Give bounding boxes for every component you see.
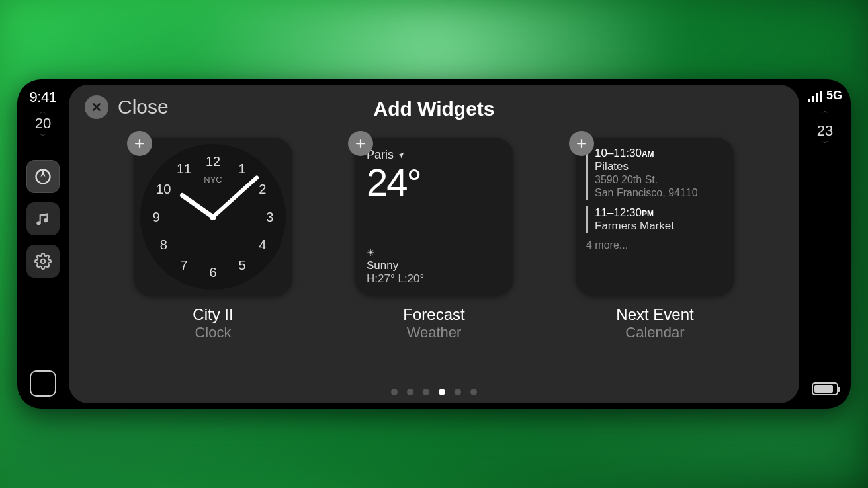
music-icon: [34, 210, 52, 227]
location-arrow-icon: [397, 151, 405, 159]
widget-subtitle: Weather: [407, 324, 462, 341]
add-widget-button[interactable]: [348, 131, 373, 156]
clock-city-label: NYC: [204, 175, 222, 184]
sun-icon: ☀︎: [367, 247, 424, 258]
chevron-up-icon: ︿: [822, 108, 828, 114]
network-label: 5G: [826, 89, 842, 102]
calendar-event: 10–11:30AM Pilates 3590 20th St. San Fra…: [586, 147, 724, 200]
page-title: Add Widgets: [373, 98, 494, 120]
page-dot[interactable]: [455, 389, 461, 395]
battery-fill: [814, 385, 833, 393]
plus-icon: [134, 138, 146, 149]
page-dot-active[interactable]: [439, 389, 445, 395]
add-widgets-panel: Close Add Widgets NYC 12 1 2 3: [69, 85, 799, 403]
maps-icon: [34, 167, 52, 186]
widget-title: Forecast: [403, 305, 464, 324]
svg-point-1: [41, 259, 46, 264]
weather-condition: Sunny: [367, 259, 424, 272]
add-widget-button[interactable]: [127, 131, 152, 156]
home-button[interactable]: [30, 370, 56, 397]
left-status-bar: 9:41 ︿ 20 ﹀: [17, 79, 69, 409]
calendar-tile: 10–11:30AM Pilates 3590 20th St. San Fra…: [576, 138, 734, 296]
left-climate-value[interactable]: 20: [35, 115, 51, 132]
calendar-more-label: 4 more...: [586, 239, 724, 251]
weather-high-low: H:27° L:20°: [367, 272, 424, 286]
close-label: Close: [118, 96, 169, 118]
page-dot[interactable]: [470, 389, 477, 395]
clock-hour-hand: [179, 192, 214, 219]
widget-clock[interactable]: NYC 12 1 2 3 4 5 6 7 8 9 10: [134, 138, 292, 385]
settings-icon: [34, 253, 52, 270]
chevron-down-icon: ﹀: [40, 132, 46, 139]
carplay-screen: 9:41 ︿ 20 ﹀ Close Add Widgets: [17, 79, 851, 409]
widget-calendar[interactable]: 10–11:30AM Pilates 3590 20th St. San Fra…: [576, 138, 734, 385]
dock-music-button[interactable]: [26, 202, 60, 235]
status-time: 9:41: [30, 89, 57, 106]
add-widget-button[interactable]: [569, 131, 594, 156]
plus-icon: [576, 138, 587, 149]
page-dot[interactable]: [423, 389, 429, 395]
page-dot[interactable]: [391, 389, 398, 395]
right-climate-value[interactable]: 23: [817, 122, 833, 140]
chevron-up-icon: ︿: [40, 108, 46, 115]
calendar-event: 11–12:30PM Farmers Market: [586, 206, 724, 233]
close-icon: [85, 95, 108, 119]
page-indicator[interactable]: [69, 385, 799, 398]
panel-header: Close Add Widgets: [69, 93, 799, 126]
dock-settings-button[interactable]: [26, 245, 60, 278]
chevron-down-icon: ﹀: [822, 140, 828, 146]
widget-weather[interactable]: Paris 24° ☀︎ Sunny H:27° L:20° Forecast …: [355, 138, 513, 385]
close-button[interactable]: Close: [85, 95, 169, 119]
cellular-status: 5G: [808, 89, 842, 102]
weather-temperature: 24°: [367, 163, 501, 202]
battery-icon: [812, 382, 838, 395]
widget-subtitle: Calendar: [625, 324, 684, 341]
plus-icon: [355, 138, 367, 149]
clock-face: NYC 12 1 2 3 4 5 6 7 8 9 10: [140, 144, 286, 290]
widget-title: Next Event: [616, 305, 693, 324]
page-dot[interactable]: [407, 389, 413, 395]
weather-tile: Paris 24° ☀︎ Sunny H:27° L:20°: [355, 138, 513, 296]
clock-center: [210, 214, 216, 220]
app-dock: [26, 160, 60, 278]
dock-maps-button[interactable]: [26, 160, 60, 193]
signal-bars-icon: [808, 91, 822, 102]
widget-subtitle: Clock: [195, 324, 231, 341]
widget-title: City II: [193, 305, 233, 324]
right-status-bar: 5G ︿ 23 ﹀: [799, 79, 851, 409]
weather-location: Paris: [367, 148, 501, 162]
widget-row: NYC 12 1 2 3 4 5 6 7 8 9 10: [69, 126, 799, 385]
clock-tile: NYC 12 1 2 3 4 5 6 7 8 9 10: [134, 138, 292, 296]
